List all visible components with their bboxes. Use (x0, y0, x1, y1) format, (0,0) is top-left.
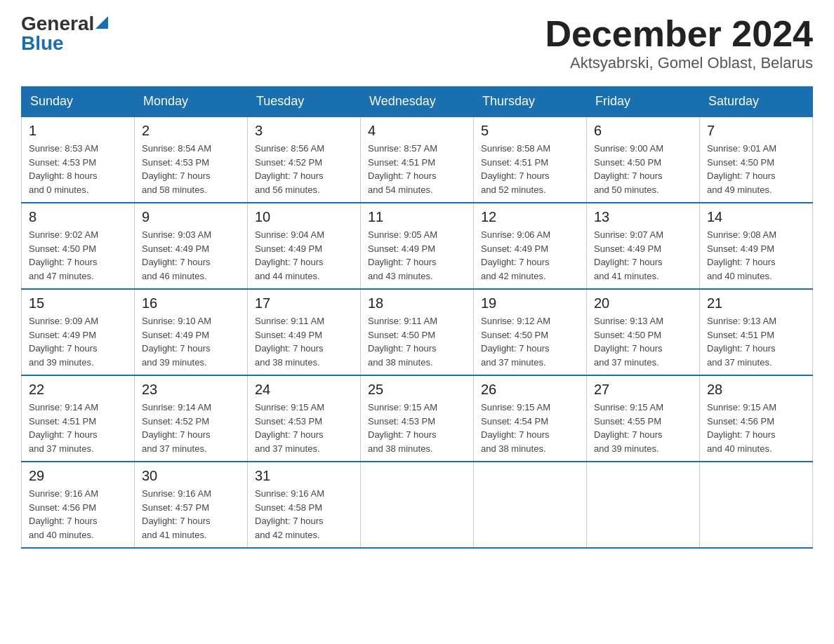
day-number: 30 (142, 468, 240, 484)
day-info: Sunrise: 9:01 AM Sunset: 4:50 PM Dayligh… (707, 142, 805, 196)
day-info: Sunrise: 9:13 AM Sunset: 4:50 PM Dayligh… (594, 314, 692, 369)
calendar-cell: 10Sunrise: 9:04 AM Sunset: 4:49 PM Dayli… (248, 203, 361, 289)
calendar-week-5: 29Sunrise: 9:16 AM Sunset: 4:56 PM Dayli… (22, 462, 813, 548)
day-info: Sunrise: 9:14 AM Sunset: 4:51 PM Dayligh… (29, 401, 127, 455)
day-number: 3 (255, 123, 353, 139)
calendar-cell: 3Sunrise: 8:56 AM Sunset: 4:52 PM Daylig… (248, 116, 361, 203)
title-block: December 2024 Aktsyabrski, Gomel Oblast,… (545, 14, 813, 72)
location-title: Aktsyabrski, Gomel Oblast, Belarus (545, 54, 813, 72)
calendar-week-3: 15Sunrise: 9:09 AM Sunset: 4:49 PM Dayli… (22, 289, 813, 375)
calendar-cell: 24Sunrise: 9:15 AM Sunset: 4:53 PM Dayli… (248, 375, 361, 462)
day-number: 7 (707, 123, 805, 139)
day-info: Sunrise: 9:05 AM Sunset: 4:49 PM Dayligh… (368, 228, 466, 283)
calendar-cell: 14Sunrise: 9:08 AM Sunset: 4:49 PM Dayli… (700, 203, 813, 289)
calendar-cell: 8Sunrise: 9:02 AM Sunset: 4:50 PM Daylig… (22, 203, 135, 289)
day-number: 31 (255, 468, 353, 484)
calendar-header: SundayMondayTuesdayWednesdayThursdayFrid… (22, 87, 813, 117)
day-info: Sunrise: 9:12 AM Sunset: 4:50 PM Dayligh… (481, 314, 579, 369)
day-number: 27 (594, 382, 692, 398)
day-info: Sunrise: 9:14 AM Sunset: 4:52 PM Dayligh… (142, 401, 240, 455)
calendar-week-2: 8Sunrise: 9:02 AM Sunset: 4:50 PM Daylig… (22, 203, 813, 289)
day-number: 20 (594, 295, 692, 311)
calendar-cell: 6Sunrise: 9:00 AM Sunset: 4:50 PM Daylig… (587, 116, 700, 203)
header-monday: Monday (135, 87, 248, 117)
header-saturday: Saturday (700, 87, 813, 117)
calendar-cell (474, 462, 587, 548)
calendar-cell: 27Sunrise: 9:15 AM Sunset: 4:55 PM Dayli… (587, 375, 700, 462)
day-info: Sunrise: 8:56 AM Sunset: 4:52 PM Dayligh… (255, 142, 353, 196)
day-info: Sunrise: 9:13 AM Sunset: 4:51 PM Dayligh… (707, 314, 805, 369)
day-number: 23 (142, 382, 240, 398)
day-number: 1 (29, 123, 127, 139)
page-header: General Blue December 2024 Aktsyabrski, … (21, 14, 813, 72)
day-info: Sunrise: 9:15 AM Sunset: 4:54 PM Dayligh… (481, 401, 579, 455)
calendar-cell: 25Sunrise: 9:15 AM Sunset: 4:53 PM Dayli… (361, 375, 474, 462)
header-thursday: Thursday (474, 87, 587, 117)
day-number: 8 (29, 209, 127, 225)
day-number: 26 (481, 382, 579, 398)
logo-general-text: General (21, 14, 94, 34)
day-number: 4 (368, 123, 466, 139)
calendar-cell: 4Sunrise: 8:57 AM Sunset: 4:51 PM Daylig… (361, 116, 474, 203)
day-info: Sunrise: 9:08 AM Sunset: 4:49 PM Dayligh… (707, 228, 805, 283)
day-number: 24 (255, 382, 353, 398)
day-info: Sunrise: 9:03 AM Sunset: 4:49 PM Dayligh… (142, 228, 240, 283)
day-info: Sunrise: 9:16 AM Sunset: 4:56 PM Dayligh… (29, 487, 127, 542)
calendar-cell: 18Sunrise: 9:11 AM Sunset: 4:50 PM Dayli… (361, 289, 474, 375)
day-number: 14 (707, 209, 805, 225)
day-info: Sunrise: 9:11 AM Sunset: 4:49 PM Dayligh… (255, 314, 353, 369)
day-info: Sunrise: 8:54 AM Sunset: 4:53 PM Dayligh… (142, 142, 240, 196)
calendar-cell: 2Sunrise: 8:54 AM Sunset: 4:53 PM Daylig… (135, 116, 248, 203)
day-number: 18 (368, 295, 466, 311)
day-info: Sunrise: 8:53 AM Sunset: 4:53 PM Dayligh… (29, 142, 127, 196)
calendar-cell (587, 462, 700, 548)
day-number: 5 (481, 123, 579, 139)
header-tuesday: Tuesday (248, 87, 361, 117)
logo: General Blue (21, 14, 108, 53)
day-number: 2 (142, 123, 240, 139)
day-info: Sunrise: 9:15 AM Sunset: 4:53 PM Dayligh… (368, 401, 466, 455)
day-info: Sunrise: 9:07 AM Sunset: 4:49 PM Dayligh… (594, 228, 692, 283)
logo-blue-text: Blue (21, 34, 64, 53)
calendar-cell: 16Sunrise: 9:10 AM Sunset: 4:49 PM Dayli… (135, 289, 248, 375)
day-info: Sunrise: 9:04 AM Sunset: 4:49 PM Dayligh… (255, 228, 353, 283)
day-info: Sunrise: 9:16 AM Sunset: 4:58 PM Dayligh… (255, 487, 353, 542)
header-wednesday: Wednesday (361, 87, 474, 117)
calendar-table: SundayMondayTuesdayWednesdayThursdayFrid… (21, 86, 813, 549)
calendar-cell: 31Sunrise: 9:16 AM Sunset: 4:58 PM Dayli… (248, 462, 361, 548)
day-info: Sunrise: 9:15 AM Sunset: 4:53 PM Dayligh… (255, 401, 353, 455)
day-number: 25 (368, 382, 466, 398)
header-sunday: Sunday (22, 87, 135, 117)
calendar-body: 1Sunrise: 8:53 AM Sunset: 4:53 PM Daylig… (22, 116, 813, 548)
calendar-cell: 9Sunrise: 9:03 AM Sunset: 4:49 PM Daylig… (135, 203, 248, 289)
day-info: Sunrise: 9:10 AM Sunset: 4:49 PM Dayligh… (142, 314, 240, 369)
header-friday: Friday (587, 87, 700, 117)
day-number: 11 (368, 209, 466, 225)
calendar-cell: 12Sunrise: 9:06 AM Sunset: 4:49 PM Dayli… (474, 203, 587, 289)
calendar-cell (361, 462, 474, 548)
month-title: December 2024 (545, 14, 813, 54)
day-number: 16 (142, 295, 240, 311)
calendar-cell: 5Sunrise: 8:58 AM Sunset: 4:51 PM Daylig… (474, 116, 587, 203)
day-info: Sunrise: 8:57 AM Sunset: 4:51 PM Dayligh… (368, 142, 466, 196)
calendar-cell: 19Sunrise: 9:12 AM Sunset: 4:50 PM Dayli… (474, 289, 587, 375)
calendar-cell: 30Sunrise: 9:16 AM Sunset: 4:57 PM Dayli… (135, 462, 248, 548)
calendar-cell: 17Sunrise: 9:11 AM Sunset: 4:49 PM Dayli… (248, 289, 361, 375)
svg-marker-0 (95, 16, 108, 29)
day-number: 9 (142, 209, 240, 225)
day-info: Sunrise: 9:15 AM Sunset: 4:55 PM Dayligh… (594, 401, 692, 455)
header-row: SundayMondayTuesdayWednesdayThursdayFrid… (22, 87, 813, 117)
day-number: 22 (29, 382, 127, 398)
day-number: 13 (594, 209, 692, 225)
calendar-cell: 22Sunrise: 9:14 AM Sunset: 4:51 PM Dayli… (22, 375, 135, 462)
day-info: Sunrise: 9:00 AM Sunset: 4:50 PM Dayligh… (594, 142, 692, 196)
calendar-cell: 13Sunrise: 9:07 AM Sunset: 4:49 PM Dayli… (587, 203, 700, 289)
day-info: Sunrise: 8:58 AM Sunset: 4:51 PM Dayligh… (481, 142, 579, 196)
calendar-week-4: 22Sunrise: 9:14 AM Sunset: 4:51 PM Dayli… (22, 375, 813, 462)
day-number: 17 (255, 295, 353, 311)
day-number: 6 (594, 123, 692, 139)
day-info: Sunrise: 9:15 AM Sunset: 4:56 PM Dayligh… (707, 401, 805, 455)
day-info: Sunrise: 9:11 AM Sunset: 4:50 PM Dayligh… (368, 314, 466, 369)
calendar-week-1: 1Sunrise: 8:53 AM Sunset: 4:53 PM Daylig… (22, 116, 813, 203)
day-info: Sunrise: 9:06 AM Sunset: 4:49 PM Dayligh… (481, 228, 579, 283)
